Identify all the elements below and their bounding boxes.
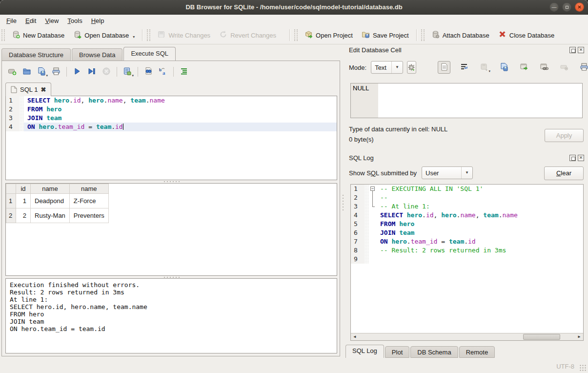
toolbar-handle[interactable] <box>294 29 298 41</box>
open-project-button[interactable]: Open Project <box>300 28 357 42</box>
column-header-name[interactable]: name <box>31 184 70 194</box>
toolbar-handle[interactable] <box>147 29 150 41</box>
clear-log-button[interactable]: Clear <box>544 166 584 180</box>
row-header[interactable]: 2 <box>6 208 16 223</box>
cell-value-editor[interactable]: NULL <box>350 83 583 118</box>
gutter-hatch <box>20 105 24 114</box>
fold-margin[interactable]: − <box>369 185 377 193</box>
open-sql-file-button[interactable] <box>20 65 33 78</box>
save-sql-file-button[interactable]: ▾ <box>35 65 48 78</box>
save-project-button[interactable]: Save Project <box>357 28 413 42</box>
fold-collapse-icon[interactable]: − <box>370 186 375 191</box>
line-number: 3 <box>6 114 20 123</box>
menu-view[interactable]: View <box>41 16 63 26</box>
code-line: 6JOIN team <box>351 228 583 237</box>
dropdown-arrow-icon[interactable]: ▾ <box>132 74 134 78</box>
scrollbar-track[interactable] <box>359 333 575 340</box>
close-dock-icon[interactable]: ✕ <box>578 47 584 53</box>
dock-tab-sql-log[interactable]: SQL Log <box>345 345 384 358</box>
tab-database-structure[interactable]: Database Structure <box>1 48 71 61</box>
toolbar-handle[interactable] <box>421 29 425 41</box>
cell[interactable]: Deadpond <box>31 194 70 208</box>
titlebar[interactable]: DB Browser for SQLite - /home/user/code/… <box>0 0 588 15</box>
column-header-id[interactable]: id <box>16 184 31 194</box>
tab-browse-data[interactable]: Browse Data <box>72 48 122 61</box>
gutter-hatch <box>20 96 24 105</box>
find-text-button[interactable] <box>142 65 155 78</box>
table-row[interactable]: 11DeadpondZ-Force <box>6 194 109 208</box>
maximize-icon[interactable] <box>562 2 571 12</box>
menu-file[interactable]: File <box>2 16 21 26</box>
cell[interactable]: 2 <box>16 208 31 223</box>
cell[interactable]: Z-Force <box>69 194 108 208</box>
sql-code-editor[interactable]: 1SELECT hero.id, hero.name, team.name2FR… <box>5 96 337 180</box>
menu-help[interactable]: Help <box>87 16 109 26</box>
dock-tab-remote[interactable]: Remote <box>459 346 495 358</box>
open-database-button[interactable]: Open Database▾ <box>69 28 139 42</box>
cell[interactable]: Preventers <box>69 208 108 223</box>
scroll-left-icon[interactable]: ◀ <box>351 333 359 340</box>
cell[interactable]: Rusty-Man <box>31 208 70 223</box>
dropdown-arrow-icon[interactable]: ▾ <box>46 74 48 78</box>
stop-execution-button <box>100 65 113 78</box>
close-database-button[interactable]: Close Database <box>494 28 559 42</box>
main-toolbar: New DatabaseOpen Database▾Write ChangesR… <box>0 26 588 44</box>
scroll-right-icon[interactable]: ▶ <box>575 333 583 340</box>
word-wrap-button[interactable] <box>458 61 470 74</box>
results-grid[interactable]: idnamename11DeadpondZ-Force22Rusty-ManPr… <box>5 183 337 276</box>
cell[interactable]: 1 <box>16 194 31 208</box>
attach-database-button[interactable]: Attach Database <box>427 28 494 42</box>
statusbar: UTF-8 <box>0 359 588 373</box>
open-project-label: Open Project <box>316 32 353 39</box>
splitter-main[interactable] <box>341 44 345 359</box>
word-wrap-icon <box>460 62 468 73</box>
minimize-icon[interactable]: — <box>549 2 559 12</box>
attach-database-icon <box>431 30 440 40</box>
new-sql-tab-button[interactable] <box>6 65 19 78</box>
close-icon[interactable]: ✕ <box>575 2 584 12</box>
menu-edit[interactable]: Edit <box>21 16 41 26</box>
horizontal-scrollbar[interactable]: ◀ ▶ <box>351 333 583 340</box>
encoding-indicator[interactable]: UTF-8 <box>556 363 574 370</box>
find-replace-button[interactable]: ba <box>157 65 169 78</box>
close-dock-icon[interactable]: ✕ <box>578 155 584 161</box>
line-number: 1 <box>351 185 365 193</box>
open-external-button[interactable] <box>518 61 530 74</box>
menu-tools[interactable]: Tools <box>63 16 86 26</box>
sql-log-view[interactable]: 1−-- EXECUTING ALL IN 'SQL 1'2--3-- At l… <box>350 184 584 341</box>
fold-margin <box>369 193 377 202</box>
gutter-hatch <box>365 211 369 220</box>
save-data-button[interactable] <box>498 61 510 74</box>
float-dock-icon[interactable] <box>569 155 576 161</box>
toolbar-handle[interactable] <box>1 29 5 41</box>
import-settings-button[interactable] <box>407 61 416 74</box>
auto-format-button[interactable] <box>178 65 190 78</box>
execution-log[interactable]: Execution finished without errors. Resul… <box>5 278 337 353</box>
row-header[interactable]: 1 <box>6 194 16 208</box>
code-line: 5FROM hero <box>351 220 583 228</box>
dropdown-arrow-icon[interactable]: ▾ <box>133 35 135 40</box>
text-mode-button[interactable] <box>438 61 450 74</box>
print-cell-button[interactable] <box>578 61 588 74</box>
apply-button[interactable]: Apply <box>545 129 584 142</box>
print-sql-button[interactable] <box>50 65 62 78</box>
save-results-view-button[interactable]: ▾ <box>121 65 134 78</box>
tab-execute-sql[interactable]: Execute SQL <box>123 47 176 61</box>
log-filter-select[interactable]: User ▼ <box>422 166 473 179</box>
tab-sql-1[interactable]: SQL 1 ✖ <box>5 83 51 96</box>
table-corner[interactable] <box>6 184 16 194</box>
execute-current-line-button[interactable] <box>85 65 98 78</box>
execute-all-button[interactable] <box>71 65 83 78</box>
resize-grip[interactable] <box>580 365 587 372</box>
scrollbar-thumb[interactable] <box>523 334 560 340</box>
table-row[interactable]: 22Rusty-ManPreventers <box>6 208 109 223</box>
mode-select[interactable]: Text ▼ <box>371 61 403 74</box>
new-database-button[interactable]: New Database <box>7 28 69 42</box>
copy-link-button[interactable] <box>538 61 550 74</box>
column-header-name[interactable]: name <box>69 184 108 194</box>
dock-tab-db-schema[interactable]: DB Schema <box>410 346 458 358</box>
dock-tab-plot[interactable]: Plot <box>385 346 409 358</box>
save-sql-file-icon <box>37 67 46 77</box>
close-tab-icon[interactable]: ✖ <box>41 86 46 93</box>
float-dock-icon[interactable] <box>569 47 576 53</box>
